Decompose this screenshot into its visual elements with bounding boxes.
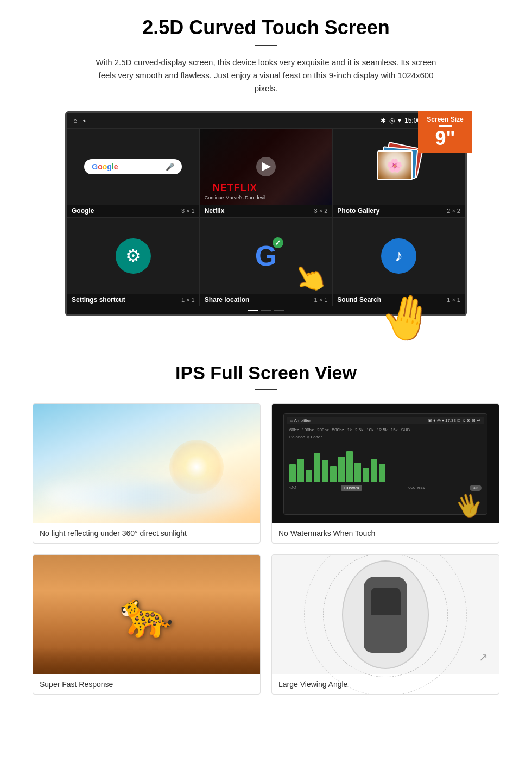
section-divider [22, 340, 510, 340]
eq-bar-3 [314, 453, 320, 482]
settings-label: Settings shortcut [72, 296, 125, 304]
section-curved-screen: 2.5D Curved Touch Screen With 2.5D curve… [0, 0, 532, 329]
sound-size: 1 × 1 [447, 297, 460, 303]
google-search-bar[interactable]: Google 🎤 [84, 159, 182, 174]
photo-stack: 🌸 [377, 145, 421, 188]
music-note-icon: ♪ [395, 247, 403, 265]
response-label: Super Fast Response [33, 674, 260, 694]
eq-bar-8 [354, 463, 361, 482]
netflix-size: 3 × 2 [314, 207, 328, 214]
car-body [364, 577, 407, 653]
app-grid: Google 🎤 Google 3 × 1 [67, 128, 465, 306]
car-image: ↗ [272, 555, 499, 674]
home-icon: ⌂ [73, 117, 77, 124]
amp-time: ▣ ♦ ◎ ▾ 17:33 ⊡ ♫ ⊠ ⊟ ↩ [428, 418, 480, 423]
sound-label: Sound Search [337, 296, 381, 304]
g-maps-logo: G ✓ [255, 242, 277, 270]
eq-bar-9 [363, 468, 369, 482]
amp-freq-labels: 60hz100hz200hz500hz1k2.5k10k12.5k15kSUB [287, 426, 484, 433]
car-windshield [371, 588, 401, 615]
eq-bar-10 [371, 459, 377, 482]
netflix-subtitle: Continue Marvel's Daredevil [205, 195, 265, 200]
eq-bars [287, 440, 484, 484]
share-label: Share location [205, 296, 250, 304]
sound-search-app-cell[interactable]: ♪ Sound Search 1 × 1 [332, 217, 465, 306]
settings-app-cell[interactable]: ⚙ Settings shortcut 1 × 1 [67, 217, 200, 306]
watermark-label: No Watermarks When Touch [272, 523, 499, 543]
eq-bar-2 [306, 470, 312, 482]
share-label-row: Share location 1 × 1 [200, 294, 332, 306]
cheetah-image: 🐆 [33, 555, 260, 674]
section2-divider [255, 389, 277, 390]
pagination-dots [67, 306, 465, 314]
netflix-app-content: NETFLIX Continue Marvel's Daredevil [200, 129, 332, 205]
cheetah-icon: 🐆 [119, 589, 174, 640]
eq-bar-4 [322, 460, 328, 482]
play-button[interactable] [256, 157, 276, 176]
hand-pointing-icon: 👆 [287, 256, 332, 294]
location-icon: ◎ [389, 117, 395, 124]
google-label: Google [72, 207, 94, 215]
section1-description: With 2.5D curved-display screen, this de… [92, 56, 440, 95]
title-divider [255, 45, 277, 46]
sound-label-row: Sound Search 1 × 1 [333, 294, 465, 306]
eq-bar-1 [297, 459, 304, 482]
wifi-icon: ▾ [398, 117, 401, 124]
cheetah-shadow [33, 647, 260, 674]
usb-icon: ⌁ [83, 117, 86, 124]
section1-title: 2.5D Curved Touch Screen [33, 16, 499, 39]
screen-size-badge: Screen Size 9" [418, 111, 472, 153]
google-mic-icon: 🎤 [166, 163, 174, 171]
netflix-logo: NETFLIX [205, 182, 265, 194]
gallery-label-row: Photo Gallery 2 × 2 [333, 205, 465, 217]
settings-label-row: Settings shortcut 1 × 1 [67, 294, 199, 306]
eq-bar-11 [379, 464, 385, 482]
badge-title: Screen Size [423, 116, 467, 123]
dot-inactive-1 [261, 310, 271, 311]
light-reflection [44, 480, 249, 513]
share-location-app-content: G ✓ 👆 [200, 218, 332, 294]
gear-icon: ⚙ [125, 245, 141, 266]
play-triangle-icon [262, 162, 271, 171]
netflix-info: NETFLIX Continue Marvel's Daredevil [205, 182, 265, 200]
eq-bar-7 [346, 451, 353, 482]
eq-bar-0 [289, 464, 296, 482]
sunlight-label: No light reflecting under 360° direct su… [33, 523, 260, 543]
settings-size: 1 × 1 [181, 297, 195, 303]
google-app-cell[interactable]: Google 🎤 Google 3 × 1 [67, 128, 200, 217]
angle-arrow-icon: ↗ [479, 651, 488, 664]
feature-sunlight: No light reflecting under 360° direct su… [33, 403, 261, 544]
music-icon-circle: ♪ [381, 238, 416, 274]
netflix-app-cell[interactable]: NETFLIX Continue Marvel's Daredevil Netf… [200, 128, 333, 217]
share-location-app-cell[interactable]: G ✓ 👆 Share location 1 × 1 [200, 217, 333, 306]
amp-title: ⌂ Amplifier [290, 418, 311, 423]
dot-inactive-2 [274, 310, 284, 311]
section2-title: IPS Full Screen View [33, 362, 499, 383]
netflix-label: Netflix [205, 207, 225, 215]
netflix-label-row: Netflix 3 × 2 [200, 205, 332, 217]
sound-search-app-content: ♪ [333, 218, 465, 294]
badge-divider [439, 125, 452, 127]
feature-response: 🐆 Super Fast Response [33, 554, 261, 695]
feature-angle: ↗ Large Viewing Angle [271, 554, 499, 695]
settings-icon-bg: ⚙ [116, 238, 151, 274]
amp-balance-label: Balance ♫ Fader [287, 433, 484, 440]
device-screen: ⌂ ⌁ ✱ ◎ ▾ 15:06 ▣ ♫ ☒ ⬜ [65, 111, 467, 316]
settings-app-content: ⚙ [67, 218, 199, 294]
bluetooth-icon: ✱ [381, 117, 386, 124]
eq-bar-5 [330, 466, 337, 482]
google-logo: Google [92, 162, 118, 171]
feature-watermark: ⌂ Amplifier ▣ ♦ ◎ ▾ 17:33 ⊡ ♫ ⊠ ⊟ ↩ 60hz… [271, 403, 499, 544]
feature-grid: No light reflecting under 360° direct su… [33, 403, 499, 695]
gallery-size: 2 × 2 [447, 207, 460, 214]
google-label-row: Google 3 × 1 [67, 205, 199, 217]
sunlight-image [33, 404, 260, 523]
dot-active [248, 310, 258, 311]
amp-footer: ◁◁ Custom loudness ●○ [287, 484, 484, 492]
gallery-label: Photo Gallery [337, 207, 379, 215]
status-left: ⌂ ⌁ [73, 117, 86, 124]
google-size: 3 × 1 [181, 207, 195, 214]
section-ips-screen: IPS Full Screen View No light reflecting… [0, 351, 532, 711]
amplifier-image: ⌂ Amplifier ▣ ♦ ◎ ▾ 17:33 ⊡ ♫ ⊠ ⊟ ↩ 60hz… [272, 404, 499, 523]
share-size: 1 × 1 [314, 297, 328, 303]
